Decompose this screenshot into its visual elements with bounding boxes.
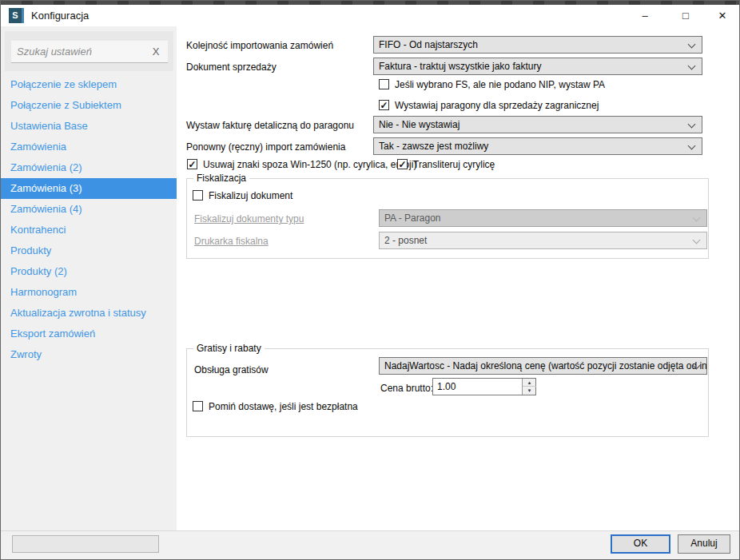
- gratis-group-title: Gratisy i rabaty: [193, 343, 265, 354]
- window-title: Konfiguracja: [31, 5, 89, 26]
- search-input-wrap: X: [11, 41, 168, 63]
- sidebar-item-harmonogram[interactable]: Harmonogram: [1, 282, 177, 303]
- maximize-button[interactable]: □: [674, 6, 697, 25]
- fiscalize-checkbox-label[interactable]: Fiskalizuj dokument: [209, 190, 292, 201]
- sidebar-item-zwroty[interactable]: Zwroty: [1, 344, 177, 365]
- sidebar-item-produkty-2[interactable]: Produkty (2): [1, 261, 177, 282]
- sidebar-item-ustawienia-base[interactable]: Ustawienia Base: [1, 116, 177, 137]
- order-import-label: Kolejność importowania zamówień: [186, 40, 333, 51]
- cancel-button[interactable]: Anuluj: [678, 534, 730, 554]
- settings-sidebar: X Połączenie ze sklepem Połączenie z Sub…: [1, 26, 177, 530]
- app-icon: S: [9, 8, 24, 23]
- sidebar-item-aktualizacja-zwrotna[interactable]: Aktualizacja zwrotna i statusy: [1, 303, 177, 324]
- gross-price-spinner: ▲ ▼: [432, 378, 536, 395]
- fiscal-printer-select: 2 - posnet: [379, 232, 707, 249]
- search-input[interactable]: [11, 41, 147, 62]
- chevron-down-icon: [688, 41, 696, 49]
- sales-document-value: Faktura - traktuj wszystkie jako faktury: [379, 61, 541, 72]
- chevron-down-icon: [688, 121, 696, 129]
- fiscal-doc-type-label: Fiskalizuj dokumenty typu: [194, 213, 304, 224]
- sales-document-label: Dokument sprzedaży: [186, 62, 277, 73]
- minimize-button[interactable]: –: [634, 6, 656, 25]
- manual-import-select[interactable]: Tak - zawsze jest możliwy: [373, 137, 702, 155]
- retail-invoice-select[interactable]: Nie - Nie wystawiaj: [373, 116, 702, 133]
- chevron-down-icon: [688, 142, 696, 150]
- gross-price-input[interactable]: [433, 379, 515, 395]
- fiscal-doc-type-select: PA - Paragon: [379, 209, 707, 227]
- sidebar-item-polaczenie-z-subiektem[interactable]: Połączenie z Subiektem: [1, 95, 177, 116]
- sidebar-item-zamowienia[interactable]: Zamówienia: [1, 137, 177, 157]
- fiscal-printer-label: Drukarka fiskalna: [194, 236, 269, 247]
- chevron-down-icon: [688, 62, 696, 70]
- search-panel: X: [5, 31, 173, 71]
- sales-document-select[interactable]: Faktura - traktuj wszystkie jako faktury: [373, 58, 702, 75]
- sidebar-item-zamowienia-4[interactable]: Zamówienia (4): [1, 199, 177, 220]
- order-import-select[interactable]: FIFO - Od najstarszych: [373, 36, 702, 54]
- win1250-checkbox-label[interactable]: Usuwaj znaki spoza Win-1250 (np. cyrylic…: [203, 159, 416, 170]
- gratis-handling-select[interactable]: NadajWartosc - Nadaj określoną cenę (war…: [379, 357, 707, 375]
- spin-up-icon[interactable]: ▲: [523, 379, 536, 387]
- sidebar-item-zamowienia-2[interactable]: Zamówienia (2): [1, 157, 177, 178]
- ok-button[interactable]: OK: [611, 534, 670, 554]
- spin-down-icon[interactable]: ▼: [523, 387, 536, 395]
- skip-delivery-checkbox-label[interactable]: Pomiń dostawę, jeśli jest bezpłatna: [209, 401, 358, 412]
- fs-nip-checkbox-label[interactable]: Jeśli wybrano FS, ale nie podano NIP, wy…: [395, 79, 605, 90]
- fiscal-printer-value: 2 - posnet: [384, 235, 427, 246]
- fiscalization-group-title: Fiskalizacja: [193, 173, 249, 184]
- fs-nip-checkbox[interactable]: [379, 79, 389, 89]
- gratis-handling-label: Obsługa gratisów: [194, 364, 269, 375]
- retail-invoice-label: Wystaw fakturę detaliczną do paragonu: [186, 120, 354, 131]
- footer-bar: OK Anuluj: [1, 530, 740, 560]
- transliterate-checkbox[interactable]: ✓: [397, 159, 408, 169]
- sidebar-item-zamowienia-3[interactable]: Zamówienia (3): [1, 178, 177, 199]
- manual-import-label: Ponowny (ręczny) import zamówienia: [186, 141, 345, 153]
- fiscalize-checkbox[interactable]: [193, 190, 203, 201]
- fiscal-doc-type-value: PA - Paragon: [384, 212, 441, 224]
- retail-invoice-value: Nie - Nie wystawiaj: [379, 119, 460, 130]
- foreign-receipts-checkbox[interactable]: ✓: [379, 100, 389, 110]
- search-clear-icon[interactable]: X: [149, 41, 163, 62]
- spinner-buttons: ▲ ▼: [522, 379, 535, 395]
- sidebar-nav: Połączenie ze sklepem Połączenie z Subie…: [1, 74, 177, 365]
- sidebar-item-polaczenie-ze-sklepem[interactable]: Połączenie ze sklepem: [1, 74, 177, 95]
- close-button[interactable]: ✕: [711, 6, 734, 25]
- gratis-handling-value: NadajWartosc - Nadaj określoną cenę (war…: [384, 360, 707, 371]
- title-bar[interactable]: S Konfiguracja – □ ✕: [1, 5, 740, 26]
- skip-delivery-checkbox[interactable]: [193, 401, 203, 411]
- win1250-checkbox[interactable]: ✓: [187, 159, 197, 169]
- chevron-down-icon: [693, 236, 701, 244]
- chevron-down-icon: [693, 214, 701, 222]
- sidebar-item-kontrahenci[interactable]: Kontrahenci: [1, 220, 177, 240]
- configuration-window: S Konfiguracja – □ ✕ X Połączenie ze skl…: [0, 0, 740, 560]
- gross-price-label: Cena brutto:: [380, 383, 433, 394]
- manual-import-value: Tak - zawsze jest możliwy: [379, 141, 488, 152]
- order-import-value: FIFO - Od najstarszych: [379, 39, 478, 50]
- sidebar-item-produkty[interactable]: Produkty: [1, 240, 177, 261]
- sidebar-item-eksport-zamowien[interactable]: Eksport zamówień: [1, 324, 177, 344]
- transliterate-checkbox-label[interactable]: Transliteruj cyrylicę: [413, 159, 495, 170]
- foreign-receipts-checkbox-label[interactable]: Wystawiaj paragony dla sprzedaży zagrani…: [395, 100, 599, 111]
- progress-bar: [12, 535, 159, 553]
